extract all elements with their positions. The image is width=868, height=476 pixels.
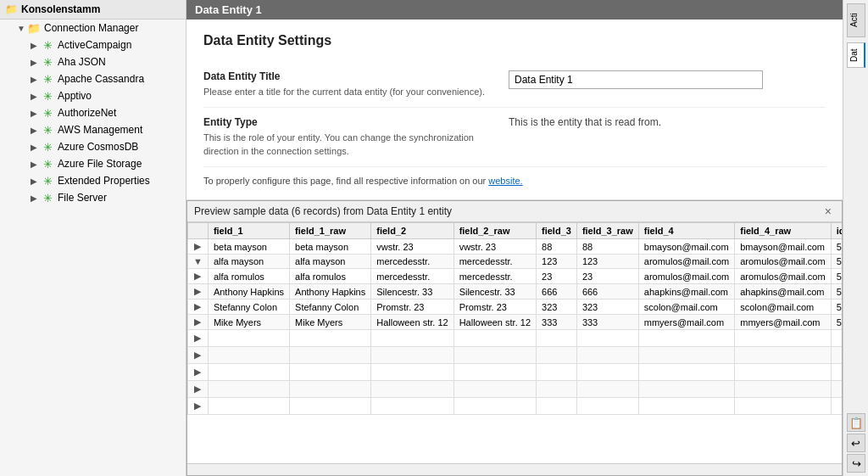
preview-table-container[interactable]: field_1 field_1_raw field_2 field_2_raw … (187, 222, 842, 463)
cell-empty (208, 347, 289, 364)
cell-id: 5ca4581b459aeb093d4e1f42 (831, 239, 842, 255)
connector-icon: ✳ (41, 123, 54, 137)
cell-empty (453, 330, 536, 347)
cell-field_1: Mike Myers (208, 315, 289, 330)
cell-empty (735, 330, 831, 347)
cell-field_3: 666 (537, 284, 577, 300)
cell-field_1: Anthony Hapkins (208, 284, 289, 300)
cell-field_1_raw: Stefanny Colon (290, 300, 371, 315)
cell-field_4_raw: aromulos@mail.com (735, 269, 831, 284)
table-row-empty: ▶ (188, 381, 843, 398)
expand-arrow: ▶ (31, 126, 41, 135)
cell-empty (831, 381, 842, 398)
sidebar-item-active-campaign[interactable]: ▶ ✳ ActiveCampaign (0, 36, 186, 53)
cell-empty (537, 347, 577, 364)
field-desc-entity-type: This is the role of your entity. You can… (203, 132, 509, 158)
cell-field_4_raw: scolon@mail.com (735, 300, 831, 315)
col-field4raw[interactable]: field_4_raw (735, 223, 831, 239)
col-id[interactable]: id (831, 223, 842, 239)
row-expand-btn-empty[interactable]: ▶ (188, 330, 209, 347)
right-toolbar: Acti Dat 📋 ↩ ↩ (843, 0, 868, 476)
table-row: ▶beta maysonbeta maysonvwstr. 23vwstr. 2… (188, 239, 843, 255)
cell-field_4_raw: mmyers@mail.com (735, 315, 831, 330)
col-field2raw[interactable]: field_2_raw (453, 223, 536, 239)
sidebar-item-apptivo[interactable]: ▶ ✳ Apptivo (0, 87, 186, 104)
toolbar-copy-button[interactable]: 📋 (847, 413, 865, 432)
expand-arrow: ▶ (31, 143, 41, 152)
sidebar: 📁 Konsolenstamm ▼ 📁 Connection Manager ▶… (0, 0, 186, 476)
preview-scrollbar[interactable] (187, 463, 842, 475)
connector-icon: ✳ (41, 157, 54, 171)
settings-footer: To properly configure this page, find al… (203, 176, 826, 186)
col-field1raw[interactable]: field_1_raw (290, 223, 371, 239)
sidebar-item-label: AuthorizeNet (58, 107, 182, 119)
row-expand-btn[interactable]: ▶ (188, 300, 209, 315)
tab-dat[interactable]: Dat (847, 42, 865, 68)
toolbar-undo-button[interactable]: ↩ (847, 434, 865, 452)
cell-empty (290, 381, 371, 398)
col-field4[interactable]: field_4 (638, 223, 734, 239)
title-bar: Data Entity 1 (186, 0, 843, 20)
col-field1[interactable]: field_1 (208, 223, 289, 239)
row-expand-btn[interactable]: ▶ (188, 239, 209, 255)
cell-empty (831, 364, 842, 381)
settings-area: Data Entity Settings Data Entity Title P… (186, 20, 843, 200)
sidebar-item-label: File Server (58, 192, 182, 204)
cell-empty (735, 347, 831, 364)
expand-arrow: ▶ (31, 92, 41, 101)
sidebar-item-label: AWS Management (58, 124, 182, 136)
sidebar-item-aws-management[interactable]: ▶ ✳ AWS Management (0, 121, 186, 138)
cell-empty (576, 398, 638, 415)
col-field3raw[interactable]: field_3_raw (576, 223, 638, 239)
sidebar-item-aha-json[interactable]: ▶ ✳ Aha JSON (0, 53, 186, 70)
sidebar-item-label: Azure File Storage (58, 158, 182, 170)
sidebar-item-label: Apptivo (58, 90, 182, 102)
cell-empty (453, 381, 536, 398)
row-expand-btn[interactable]: ▶ (188, 269, 209, 284)
row-expand-btn[interactable]: ▼ (188, 255, 209, 269)
cell-empty (208, 381, 289, 398)
expand-arrow: ▶ (31, 193, 41, 203)
row-expand-btn[interactable]: ▶ (188, 284, 209, 300)
row-expand-btn-empty[interactable]: ▶ (188, 347, 209, 364)
cell-empty (453, 364, 536, 381)
sidebar-item-azure-file-storage[interactable]: ▶ ✳ Azure File Storage (0, 155, 186, 172)
cell-empty (537, 364, 577, 381)
sidebar-item-label: Connection Manager (44, 22, 182, 34)
cell-field_3: 23 (537, 269, 577, 284)
connector-icon: ✳ (41, 174, 54, 188)
data-entity-title-input[interactable] (509, 70, 763, 89)
settings-value-col-entity-type: This is the entity that is read from. (509, 116, 826, 128)
cell-empty (208, 364, 289, 381)
sidebar-item-extended-properties[interactable]: ▶ ✳ Extended Properties (0, 172, 186, 189)
cell-empty (735, 364, 831, 381)
settings-row-entity-type: Entity Type This is the role of your ent… (203, 108, 826, 167)
sidebar-item-apache-cassandra[interactable]: ▶ ✳ Apache Cassandra (0, 70, 186, 87)
footer-link[interactable]: website. (488, 176, 522, 186)
table-header-row: field_1 field_1_raw field_2 field_2_raw … (188, 223, 843, 239)
cell-field_1_raw: beta mayson (290, 239, 371, 255)
cell-field_3: 88 (537, 239, 577, 255)
col-field2[interactable]: field_2 (371, 223, 453, 239)
sidebar-item-authorize-net[interactable]: ▶ ✳ AuthorizeNet (0, 104, 186, 121)
toolbar-redo-button[interactable]: ↩ (847, 454, 865, 473)
row-expand-btn-empty[interactable]: ▶ (188, 398, 209, 415)
cell-field_3: 333 (537, 315, 577, 330)
col-field3[interactable]: field_3 (537, 223, 577, 239)
cell-field_3_raw: 88 (576, 239, 638, 255)
cell-field_1: alfa romulos (208, 269, 289, 284)
sidebar-item-azure-cosmosdb[interactable]: ▶ ✳ Azure CosmosDB (0, 138, 186, 155)
col-expand (188, 223, 209, 239)
preview-close-button[interactable]: × (821, 204, 835, 218)
cell-field_3: 123 (537, 255, 577, 269)
expand-arrow: ▶ (31, 58, 41, 67)
row-expand-btn[interactable]: ▶ (188, 315, 209, 330)
sidebar-item-connection-manager[interactable]: ▼ 📁 Connection Manager (0, 20, 186, 36)
expand-arrow: ▶ (31, 75, 41, 84)
cell-field_2_raw: mercedesstr. (453, 269, 536, 284)
sidebar-item-file-server[interactable]: ▶ ✳ File Server (0, 189, 186, 206)
expand-arrow: ▶ (31, 41, 41, 50)
row-expand-btn-empty[interactable]: ▶ (188, 381, 209, 398)
row-expand-btn-empty[interactable]: ▶ (188, 364, 209, 381)
tab-acti[interactable]: Acti (847, 3, 865, 37)
